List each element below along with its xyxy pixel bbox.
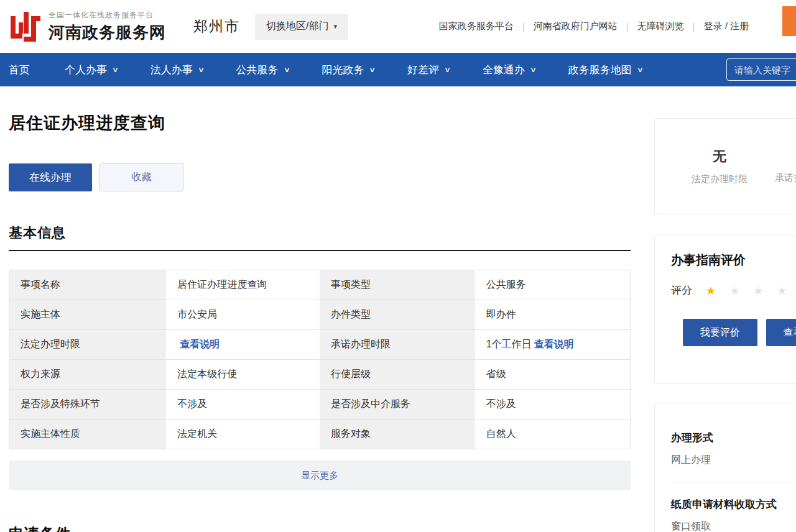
region-switcher-button[interactable]: 切换地区/部门 ▾	[255, 14, 348, 40]
info-label-cell: 行使层级	[320, 360, 475, 390]
info-value-cell: 不涉及	[475, 390, 631, 420]
rate-now-button[interactable]: 我要评价	[683, 319, 757, 346]
table-row: 法定办理时限查看说明承诺办理时限1个工作日查看说明	[9, 330, 631, 360]
cell-text: 居住证办理进度查询	[177, 279, 267, 290]
table-row: 是否涉及特殊环节不涉及是否涉及中介服务不涉及	[9, 390, 631, 420]
table-row: 权力来源法定本级行使行使层级省级	[9, 360, 631, 390]
site-logo-icon	[9, 10, 42, 44]
view-ratings-button[interactable]: 查看评价	[766, 319, 796, 346]
info-value-cell: 法定本级行使	[166, 360, 320, 390]
cell-text: 行使层级	[331, 369, 371, 379]
star-icon[interactable]: ★	[753, 284, 763, 298]
stat-value: 无	[685, 147, 754, 166]
guide-rating-card: 办事指南评价 评分 ★★★★★ 我要评价 查看评价	[654, 235, 796, 384]
cell-text: 省级	[486, 369, 506, 379]
action-row: 在线办理 收藏	[9, 163, 631, 191]
info-value-cell: 不涉及	[166, 390, 320, 420]
cell-text: 权力来源	[21, 369, 60, 379]
info-item-label: 办理形式	[671, 431, 796, 445]
info-label-cell: 权力来源	[9, 360, 167, 390]
nav-item-label: 法人办事	[150, 63, 193, 77]
cell-text: 即办件	[486, 309, 516, 319]
cell-text: 自然人	[486, 428, 516, 439]
nav-item-label: 首页	[9, 63, 30, 77]
chevron-down-icon: ∨	[530, 65, 537, 74]
info-value-cell: 查看说明	[166, 330, 320, 360]
nav-item-label: 好差评	[407, 63, 439, 77]
star-icon[interactable]: ★	[729, 284, 739, 298]
info-value-cell: 法定机关	[166, 420, 320, 449]
cell-text: 办件类型	[331, 309, 371, 319]
site-name: 河南政务服务网	[49, 22, 166, 44]
info-item-value: 网上办理	[671, 454, 796, 467]
cell-text: 是否涉及中介服务	[331, 398, 410, 409]
nav-item-label: 全豫通办	[483, 63, 525, 77]
nav-item-label: 政务服务地图	[568, 63, 632, 77]
nav-item[interactable]: 政务服务地图∨	[552, 63, 659, 77]
info-label-cell: 是否涉及特殊环节	[9, 390, 167, 420]
cell-text: 不涉及	[177, 398, 207, 409]
nav-item[interactable]: 法人办事∨	[134, 63, 220, 77]
info-value-cell: 即办件	[475, 300, 631, 330]
info-label-cell: 法定办理时限	[9, 330, 167, 360]
stat: 1承诺办理时限	[768, 149, 796, 184]
cell-text: 服务对象	[331, 428, 371, 439]
chevron-down-icon: ∨	[197, 65, 204, 74]
favorite-button[interactable]: 收藏	[100, 163, 183, 191]
cell-text: 市公安局	[177, 309, 217, 319]
cell-text: 法定机关	[177, 428, 217, 439]
chevron-down-icon: ∨	[444, 65, 451, 74]
link-separator: |	[626, 21, 629, 32]
nav-item[interactable]: 全豫通办∨	[466, 63, 552, 77]
star-icon[interactable]: ★	[777, 284, 787, 298]
cell-text: 事项名称	[21, 279, 60, 290]
nav-item[interactable]: 首页	[9, 63, 49, 77]
nav-item-label: 个人办事	[65, 63, 107, 77]
nav-item[interactable]: 阳光政务∨	[305, 63, 391, 77]
chevron-down-icon: ∨	[283, 65, 290, 74]
info-item-value: 窗口领取	[671, 520, 796, 532]
top-link[interactable]: 国家政务服务平台	[439, 21, 514, 32]
info-value-cell: 1个工作日查看说明	[475, 330, 631, 360]
search-input[interactable]	[726, 58, 796, 81]
handling-info-card: 办理形式网上办理纸质申请材料收取方式窗口领取	[654, 403, 796, 532]
top-link[interactable]: 河南省政府门户网站	[534, 21, 618, 32]
cell-text: 法定本级行使	[177, 369, 237, 379]
cell-text: 1个工作日	[486, 339, 532, 349]
score-label: 评分	[671, 283, 692, 298]
page-title: 居住证办理进度查询	[9, 112, 631, 134]
view-explanation-link[interactable]: 查看说明	[180, 339, 220, 349]
orange-accent-block[interactable]	[782, 6, 796, 36]
view-explanation-link[interactable]: 查看说明	[534, 339, 574, 349]
main-nav-items: 首页个人办事∨法人办事∨公共服务∨阳光政务∨好差评∨全豫通办∨政务服务地图∨	[9, 63, 659, 77]
top-link[interactable]: 无障碍浏览	[637, 21, 684, 32]
nav-item[interactable]: 个人办事∨	[49, 63, 134, 77]
show-more-button[interactable]: 显示更多	[9, 461, 631, 490]
top-link[interactable]: 登录 / 注册	[703, 21, 749, 32]
cell-text: 事项类型	[331, 279, 371, 290]
basic-info-table: 事项名称居住证办理进度查询事项类型公共服务实施主体市公安局办件类型即办件法定办理…	[9, 270, 631, 449]
top-links: 国家政务服务平台|河南省政府门户网站|无障碍浏览|登录 / 注册	[439, 21, 749, 32]
info-item-label: 纸质申请材料收取方式	[671, 497, 796, 511]
nav-item[interactable]: 好差评∨	[391, 63, 466, 77]
site-tagline: 全国一体化在线政务服务平台	[49, 10, 166, 21]
region-switcher-label: 切换地区/部门	[266, 20, 328, 33]
info-value-cell: 居住证办理进度查询	[166, 270, 320, 300]
online-handle-button[interactable]: 在线办理	[9, 163, 92, 191]
main-nav: 首页个人办事∨法人办事∨公共服务∨阳光政务∨好差评∨全豫通办∨政务服务地图∨	[0, 53, 796, 86]
cell-text: 法定办理时限	[21, 339, 80, 349]
chevron-down-icon: ∨	[636, 65, 643, 74]
apply-conditions-heading: 申请条件	[9, 524, 631, 532]
cell-text: 实施主体	[21, 309, 60, 319]
stat-label: 法定办理时限	[685, 173, 754, 185]
chevron-down-icon: ∨	[112, 65, 119, 74]
nav-item[interactable]: 公共服务∨	[220, 63, 306, 77]
info-label-cell: 事项类型	[320, 270, 475, 300]
info-label-cell: 实施主体性质	[9, 420, 167, 449]
star-icon[interactable]: ★	[706, 284, 716, 298]
info-value-cell: 省级	[475, 360, 631, 390]
info-value-cell: 公共服务	[475, 270, 631, 300]
stat: 无法定办理时限	[685, 147, 754, 185]
site-header: 全国一体化在线政务服务平台 河南政务服务网 郑州市 切换地区/部门 ▾ 国家政务…	[0, 0, 796, 53]
cell-text: 承诺办理时限	[331, 339, 391, 349]
